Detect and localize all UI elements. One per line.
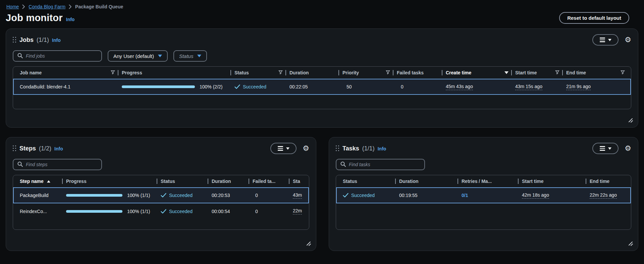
steps-table-header: Step name Progress Status Duration Faile… [13, 175, 309, 187]
col-progress[interactable]: Progress [118, 70, 230, 75]
jobs-status-filter-dropdown[interactable]: Status [173, 50, 207, 62]
relative-time[interactable]: 43m [293, 192, 302, 199]
check-icon [161, 209, 166, 214]
steps-table-row[interactable]: ReindexCo... 100% (1/1) Succeeded 00 [13, 203, 309, 219]
steps-info-link[interactable]: Info [54, 146, 63, 151]
col-end-time[interactable]: End time [586, 179, 631, 184]
col-status[interactable]: Status [230, 70, 285, 75]
tasks-panel-header: Tasks (1/1) Info ⚙ [336, 143, 631, 154]
col-start-time[interactable]: Sta [289, 179, 309, 184]
steps-settings-gear-icon[interactable]: ⚙ [303, 145, 309, 152]
job-status-cell: Succeeded [230, 84, 285, 89]
col-create-time[interactable]: Create time [442, 70, 511, 75]
col-step-name[interactable]: Step name [13, 179, 62, 184]
jobs-user-filter-dropdown[interactable]: Any User (default) [108, 50, 168, 62]
tasks-search-input[interactable] [349, 162, 420, 167]
resize-handle[interactable] [306, 241, 311, 247]
jobs-table-row[interactable]: CondaBuild: blender-4.1 100% (2/2) Succe… [13, 79, 631, 95]
jobs-search-input[interactable] [26, 53, 97, 59]
col-duration[interactable]: Duration [208, 179, 249, 184]
step-duration-cell: 00:00:54 [208, 209, 249, 214]
col-start-time[interactable]: Start time [518, 179, 586, 184]
jobs-actions-menu-button[interactable] [592, 34, 619, 46]
steps-search-box[interactable] [13, 159, 102, 170]
filter-icon[interactable] [555, 70, 559, 75]
task-end-time-cell: 22m 22s ago [586, 192, 631, 199]
drag-handle-icon[interactable] [13, 145, 16, 151]
page-title: Job monitor [6, 12, 63, 23]
steps-table-row[interactable]: PackageBuild 100% (1/1) Succeeded 00 [13, 187, 309, 203]
relative-time[interactable]: 21m 9s ago [566, 84, 591, 90]
col-progress[interactable]: Progress [62, 179, 157, 184]
job-start-time-cell: 43m 15s ago [511, 84, 562, 90]
chevron-down-icon [608, 39, 611, 41]
tasks-table-row[interactable]: Succeeded 00:19:55 0/1 42m 18s ago 22m 2… [336, 187, 631, 203]
menu-icon [278, 146, 283, 151]
col-failed-tasks[interactable]: Failed ta... [249, 179, 289, 184]
tasks-search-box[interactable] [336, 159, 425, 170]
title-row: Job monitor Info Reset to default layout [6, 12, 638, 24]
step-start-time-cell: 43m [289, 192, 309, 199]
relative-time[interactable]: 22m [293, 208, 302, 214]
filter-icon[interactable] [111, 70, 115, 75]
step-failed-tasks-cell: 0 [249, 209, 289, 214]
resize-handle[interactable] [628, 118, 633, 124]
drag-handle-icon[interactable] [13, 37, 16, 43]
tasks-table-header: Status Duration Retries / Ma... Start ti… [336, 175, 631, 187]
filter-icon[interactable] [386, 70, 390, 75]
steps-search-input[interactable] [26, 162, 97, 167]
search-icon [340, 161, 346, 168]
progress-bar [66, 194, 122, 197]
col-retries[interactable]: Retries / Ma... [458, 179, 518, 184]
col-start-time[interactable]: Start time [511, 70, 562, 75]
task-retries-cell: 0/1 [458, 193, 518, 198]
menu-icon [600, 146, 605, 151]
step-name-cell: ReindexCo... [13, 209, 62, 214]
col-duration[interactable]: Duration [395, 179, 458, 184]
step-progress-cell: 100% (1/1) [62, 193, 157, 198]
col-failed-tasks[interactable]: Failed tasks [393, 70, 442, 75]
chevron-down-icon [197, 55, 201, 57]
breadcrumb-link-home[interactable]: Home [6, 4, 19, 9]
jobs-count: (1/1) [37, 37, 49, 44]
col-duration[interactable]: Duration [285, 70, 338, 75]
jobs-info-link[interactable]: Info [52, 38, 61, 43]
drag-handle-icon[interactable] [336, 145, 339, 151]
step-status-cell: Succeeded [157, 209, 208, 214]
steps-panel-title: Steps [19, 145, 36, 152]
retries-link[interactable]: 0/1 [462, 193, 468, 198]
col-end-time[interactable]: End time [562, 70, 631, 75]
steps-actions-menu-button[interactable] [270, 143, 297, 154]
filter-icon[interactable] [278, 70, 283, 75]
check-icon [234, 84, 240, 89]
reset-layout-button[interactable]: Reset to default layout [559, 12, 629, 24]
col-job-name[interactable]: Job name [13, 70, 118, 75]
relative-time[interactable]: 22m 22s ago [590, 192, 617, 199]
tasks-table: Status Duration Retries / Ma... Start ti… [336, 175, 631, 230]
col-status[interactable]: Status [336, 179, 395, 184]
jobs-search-box[interactable] [13, 50, 102, 62]
jobs-filter-controls: Any User (default) Status [13, 50, 631, 62]
filter-icon[interactable] [621, 70, 625, 75]
chevron-right-icon [22, 4, 25, 9]
tasks-actions-menu-button[interactable] [592, 143, 619, 154]
step-failed-tasks-cell: 0 [249, 193, 289, 198]
relative-time[interactable]: 43m 15s ago [515, 84, 542, 90]
chevron-down-icon [286, 147, 289, 150]
check-icon [161, 193, 166, 198]
resize-handle[interactable] [628, 241, 633, 247]
progress-bar [66, 210, 122, 213]
col-priority[interactable]: Priority [338, 70, 393, 75]
jobs-settings-gear-icon[interactable]: ⚙ [625, 36, 631, 44]
breadcrumb-link-farm[interactable]: Conda Blog Farm [29, 4, 65, 9]
tasks-settings-gear-icon[interactable]: ⚙ [625, 145, 631, 152]
tasks-info-link[interactable]: Info [378, 146, 386, 151]
job-failed-tasks-cell: 0 [393, 84, 442, 89]
progress-bar [122, 85, 195, 88]
relative-time[interactable]: 42m 18s ago [522, 192, 549, 199]
status-filter-placeholder: Status [179, 53, 194, 59]
page-info-link[interactable]: Info [66, 17, 75, 22]
col-status[interactable]: Status [157, 179, 208, 184]
menu-icon [600, 38, 605, 42]
relative-time[interactable]: 45m 43s ago [446, 84, 473, 90]
